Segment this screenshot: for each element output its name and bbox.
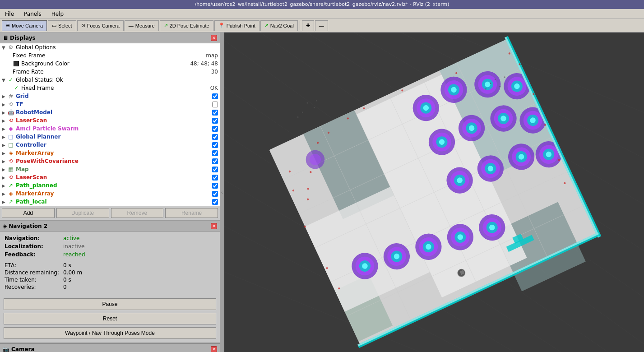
global-status-icon: ✓ <box>7 76 14 83</box>
tree-item-tf[interactable]: ▶ ⟲ TF <box>0 100 220 108</box>
camera-close-button[interactable]: ✕ <box>211 346 217 352</box>
tree-item-marker-array-2[interactable]: ▶ ◈ MarkerArray <box>0 190 220 198</box>
pose-estimate-button[interactable]: ↗ 2D Pose Estimate <box>160 20 213 31</box>
add-button[interactable]: Add <box>2 208 55 218</box>
menu-panels[interactable]: Panels <box>21 10 44 18</box>
nav2-localization-label: Localization: <box>5 243 63 250</box>
nav2-goal-button[interactable]: ↗ Nav2 Goal <box>260 20 298 31</box>
nav2-eta-row: ETA: 0 s <box>5 262 215 269</box>
robot-model-checkbox[interactable] <box>212 110 218 116</box>
robot-model-icon: 🤖 <box>7 109 14 116</box>
svg-point-127 <box>306 102 308 104</box>
camera-panel-title: 📷 Camera <box>3 346 35 352</box>
tree-item-amcl[interactable]: ▶ ◆ Amcl Particle Swarm <box>0 125 220 133</box>
displays-close-button[interactable]: ✕ <box>211 35 217 41</box>
focus-camera-icon: ⊙ <box>81 23 85 28</box>
duplicate-button[interactable]: Duplicate <box>56 208 109 218</box>
map-checkbox[interactable] <box>212 167 218 172</box>
measure-label: Measure <box>135 23 155 28</box>
tree-item-global-status[interactable]: ▼ ✓ Global Status: Ok <box>0 76 220 84</box>
tf-checkbox[interactable] <box>212 102 218 107</box>
nav2-recoveries-row: Recoveries: 0 <box>5 284 215 290</box>
path-planned-checkbox[interactable] <box>212 183 218 189</box>
move-camera-icon: ⊕ <box>6 23 10 28</box>
tree-item-map[interactable]: ▶ ▦ Map <box>0 165 220 173</box>
pose-covariance-checkbox[interactable] <box>212 158 218 164</box>
marker-array-2-checkbox[interactable] <box>212 191 218 197</box>
move-camera-label: Move Camera <box>12 23 43 28</box>
tree-item-robot-model[interactable]: ▶ 🤖 RobotModel <box>0 108 220 116</box>
scene-canvas[interactable] <box>224 32 644 352</box>
viewport[interactable] <box>224 32 644 352</box>
grid-checkbox[interactable] <box>212 93 218 99</box>
waypoint-mode-button[interactable]: Waypoint / Nav Through Poses Mode <box>4 327 216 339</box>
marker-array-checkbox[interactable] <box>212 150 218 156</box>
pose-estimate-icon: ↗ <box>164 23 168 28</box>
tree-item-fixed-frame[interactable]: Fixed Frame map <box>0 51 220 60</box>
tree-item-frame-rate[interactable]: Frame Rate 30 <box>0 68 220 76</box>
menu-help[interactable]: Help <box>49 10 66 18</box>
camera-panel-label: Camera <box>11 346 35 352</box>
tree-item-path-local[interactable]: ▶ ↗ Path_local <box>0 198 220 206</box>
map-icon: ▦ <box>7 166 14 173</box>
publish-point-button[interactable]: 📍 Publish Point <box>214 20 259 31</box>
tf-icon: ⟲ <box>7 101 14 108</box>
nav2-eta-value: 0 s <box>63 262 71 269</box>
nav2-panel-header: ◈ Navigation 2 ✕ <box>0 221 220 232</box>
nav2-close-button[interactable]: ✕ <box>211 223 217 229</box>
plus-icon: ✚ <box>306 23 310 28</box>
displays-panel-label: Displays <box>10 35 36 41</box>
menubar: File Panels Help <box>0 9 644 19</box>
tree-item-controller[interactable]: ▶ □ Controller <box>0 141 220 149</box>
nav2-localization-row: Localization: inactive <box>5 243 215 250</box>
path-local-label: Path_local <box>16 199 212 205</box>
publish-point-icon: 📍 <box>218 23 225 28</box>
measure-icon: — <box>129 23 134 28</box>
pause-button[interactable]: Pause <box>4 298 216 310</box>
nav2-goal-icon: ↗ <box>264 23 269 28</box>
toolbar: ⊕ Move Camera ▭ Select ⊙ Focus Camera — … <box>0 19 644 32</box>
laser-scan-checkbox[interactable] <box>212 118 218 124</box>
tree-item-global-planner[interactable]: ▶ □ Global Planner <box>0 133 220 141</box>
reset-button[interactable]: Reset <box>4 313 216 324</box>
tree-item-grid[interactable]: ▶ # Grid <box>0 92 220 100</box>
tree-item-path-planned[interactable]: ▶ ↗ Path_planned <box>0 181 220 190</box>
toolbar-minus-button[interactable]: — <box>315 20 328 31</box>
tree-item-fixed-frame-status[interactable]: ✓ Fixed Frame OK <box>0 84 220 92</box>
menu-file[interactable]: File <box>2 10 17 18</box>
move-camera-button[interactable]: ⊕ Move Camera <box>2 20 47 31</box>
laser-scan-2-checkbox[interactable] <box>212 175 218 181</box>
path-local-checkbox[interactable] <box>212 199 218 205</box>
tree-item-global-options[interactable]: ▼ ⚙ Global Options <box>0 43 220 51</box>
controller-icon: □ <box>7 141 14 148</box>
tree-item-marker-array[interactable]: ▶ ◈ MarkerArray <box>0 149 220 157</box>
nav2-recoveries-value: 0 <box>63 284 67 290</box>
focus-camera-label: Focus Camera <box>87 23 120 28</box>
map-label: Map <box>16 166 212 172</box>
controller-checkbox[interactable] <box>212 142 218 148</box>
select-button[interactable]: ▭ Select <box>48 20 76 31</box>
camera-panel: 📷 Camera ✕ <box>0 343 220 352</box>
tree-item-laser-scan[interactable]: ▶ ⟲ LaserScan <box>0 116 220 125</box>
measure-button[interactable]: — Measure <box>125 20 159 31</box>
nav2-eta-label: ETA: <box>5 262 63 269</box>
panel-collapse-handle[interactable]: ‹ <box>220 32 224 352</box>
focus-camera-button[interactable]: ⊙ Focus Camera <box>77 20 124 31</box>
toolbar-plus-button[interactable]: ✚ <box>302 20 314 31</box>
nav2-panel-title: ◈ Navigation 2 <box>3 223 47 229</box>
global-planner-checkbox[interactable] <box>212 134 218 140</box>
remove-button[interactable]: Remove <box>111 208 164 218</box>
svg-point-131 <box>297 116 298 118</box>
amcl-checkbox[interactable] <box>212 126 218 132</box>
select-label: Select <box>58 23 72 28</box>
rename-button[interactable]: Rename <box>165 208 218 218</box>
displays-panel: 🖥 Displays ✕ ▼ ⚙ Global Options Fixed Fr… <box>0 32 220 221</box>
path-planned-label: Path_planned <box>16 182 212 189</box>
tree-item-pose-with-covariance[interactable]: ▶ ⟲ PoseWithCovariance <box>0 157 220 165</box>
grid-icon: # <box>7 93 14 100</box>
tree-item-laser-scan-2[interactable]: ▶ ⟲ LaserScan <box>0 173 220 181</box>
global-planner-icon: □ <box>7 133 14 140</box>
tree-item-background-color[interactable]: Background Color 48; 48; 48 <box>0 60 220 68</box>
displays-tree: ▼ ⚙ Global Options Fixed Frame map Backg… <box>0 43 220 206</box>
laser-scan-2-icon: ⟲ <box>7 174 14 181</box>
